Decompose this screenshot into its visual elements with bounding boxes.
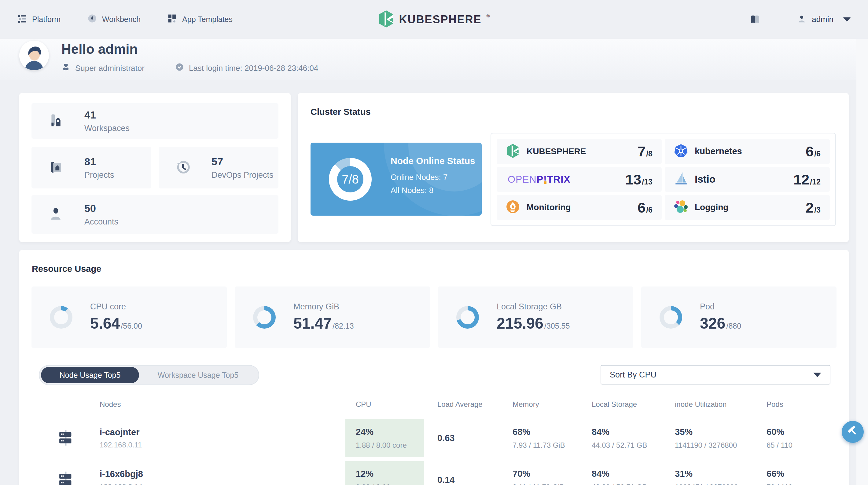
- cpu-detail: 0.93 / 8.00 core: [356, 483, 424, 485]
- kubernetes-icon: [674, 144, 688, 159]
- col-pods: Pods: [767, 400, 837, 409]
- clock-check-icon: [175, 63, 184, 74]
- devops-tile[interactable]: 57 DevOps Projects: [159, 147, 278, 188]
- workspaces-tile[interactable]: 41 Workspaces: [31, 103, 278, 139]
- hello-meta: Super administrator Last login time: 201…: [61, 63, 318, 74]
- service-openpitrix[interactable]: OPENP!TRIX 13/13: [497, 167, 662, 192]
- user-name: admin: [812, 15, 834, 24]
- storage-detail: 44.03 / 52.71 GB: [592, 441, 675, 450]
- cpu-cell: 12% 0.93 / 8.00 core: [345, 461, 424, 485]
- chevron-down-icon: [843, 18, 850, 22]
- toolbox-fab-button[interactable]: [842, 421, 864, 443]
- workspaces-count: 41: [84, 109, 130, 121]
- devops-label: DevOps Projects: [212, 170, 274, 180]
- service-kubesphere[interactable]: KUBESPHERE 7/8: [497, 139, 662, 164]
- metric-label: Memory GiB: [293, 302, 354, 312]
- service-kubernetes[interactable]: kubernetes 6/6: [665, 139, 830, 164]
- nav-item-workbench[interactable]: Workbench: [87, 14, 141, 25]
- server-icon: [58, 471, 74, 485]
- service-name: KUBESPHERE: [527, 147, 586, 156]
- logo-text: KUBESPHERE: [399, 13, 482, 26]
- accounts-icon: [49, 207, 63, 222]
- projects-label: Projects: [84, 170, 114, 180]
- service-total: /13: [642, 177, 653, 186]
- service-count: 7: [638, 143, 646, 160]
- memory-percent: 70%: [513, 469, 592, 479]
- service-monitoring[interactable]: Monitoring 6/6: [497, 195, 662, 220]
- top-nav: Platform Workbench App Templates KUBESPH…: [0, 0, 868, 39]
- storage-percent: 84%: [592, 427, 675, 437]
- pods-cell: 60% 65 / 110: [767, 419, 837, 457]
- nav-item-label: Platform: [32, 15, 61, 24]
- service-count: 2: [806, 199, 814, 216]
- memory-detail: 8.11 / 11.73 GiB: [513, 483, 592, 485]
- node-name[interactable]: i-caojnter: [100, 427, 345, 438]
- service-istio[interactable]: Istio 12/12: [665, 167, 830, 192]
- kubesphere-logo[interactable]: KUBESPHERE®: [378, 10, 490, 29]
- memory-cell: 70% 8.11 / 11.73 GiB: [513, 461, 592, 485]
- sort-by-select[interactable]: Sort By CPU: [600, 365, 830, 385]
- accounts-tile[interactable]: 50 Accounts: [31, 195, 278, 234]
- metric-total: /56.00: [121, 322, 142, 330]
- monitoring-icon: [506, 200, 520, 215]
- node-online-panel: 7/8 Node Online Status Online Nodes: 7 A…: [311, 142, 482, 216]
- table-row[interactable]: i-caojnter 192.168.0.11 24% 1.88 / 8.00 …: [31, 419, 837, 457]
- service-logging[interactable]: Logging 2/3: [665, 195, 830, 220]
- service-name: Logging: [695, 202, 728, 212]
- tab-workspace-usage-top5[interactable]: Workspace Usage Top5: [139, 367, 257, 383]
- cpu-percent: 12%: [356, 469, 424, 479]
- docs-book-icon[interactable]: [749, 14, 761, 25]
- hello-band: Hello admin Super administrator Last log…: [0, 39, 868, 80]
- scrollbar-track[interactable]: [857, 39, 868, 485]
- platform-icon: [18, 14, 27, 25]
- col-load-average: Load Average: [424, 400, 513, 409]
- role-label: Super administrator: [75, 64, 145, 73]
- inode-percent: 35%: [675, 427, 767, 437]
- sort-by-value: Sort By CPU: [610, 370, 656, 380]
- logging-icon: [674, 200, 688, 215]
- storage-donut: [456, 306, 479, 329]
- load-average-value: 0.63: [437, 433, 513, 443]
- nav-item-app-templates[interactable]: App Templates: [167, 14, 232, 25]
- table-row[interactable]: i-16x6bgj8 192.168.0.14 12% 0.93 / 8.00 …: [31, 461, 837, 485]
- openpitrix-logo: OPENP!TRIX: [508, 174, 570, 185]
- service-total: /6: [646, 205, 653, 215]
- usage-tabs: Node Usage Top5 Workspace Usage Top5: [39, 365, 259, 385]
- nav-item-platform[interactable]: Platform: [18, 14, 61, 25]
- app-grid-icon: [167, 14, 177, 25]
- user-menu[interactable]: admin: [797, 14, 850, 25]
- cpu-percent: 24%: [356, 427, 424, 437]
- memory-cell: 68% 7.93 / 11.73 GiB: [513, 419, 592, 457]
- inode-cell: 31% 1002451 / 3276800: [675, 461, 767, 485]
- metric-total: /82.13: [333, 322, 354, 330]
- memory-detail: 7.93 / 11.73 GiB: [513, 441, 592, 450]
- tab-node-usage-top5[interactable]: Node Usage Top5: [41, 367, 139, 383]
- storage-percent: 84%: [592, 469, 675, 479]
- node-online-title: Node Online Status: [391, 155, 476, 167]
- table-header: Nodes CPU Load Average Memory Local Stor…: [31, 400, 837, 419]
- col-nodes: Nodes: [100, 400, 345, 409]
- cpu-detail: 1.88 / 8.00 core: [356, 441, 424, 450]
- gauge-icon: [87, 14, 97, 25]
- service-name: kubernetes: [695, 146, 742, 156]
- inode-detail: 1002451 / 3276800: [675, 483, 767, 485]
- pods-cell: 66% 72 / 110: [767, 461, 837, 485]
- projects-count: 81: [84, 156, 114, 168]
- pods-percent: 66%: [767, 469, 837, 479]
- service-count: 6: [638, 199, 646, 216]
- kubesphere-icon: [506, 144, 520, 159]
- cluster-status-title: Cluster Status: [311, 107, 371, 117]
- workspaces-label: Workspaces: [84, 124, 130, 133]
- col-memory: Memory: [513, 400, 592, 409]
- node-ip: 192.168.0.14: [100, 483, 345, 485]
- metric-total: /880: [726, 322, 741, 330]
- pods-detail: 65 / 110: [767, 441, 837, 450]
- projects-tile[interactable]: 81 Projects: [31, 147, 151, 188]
- kubesphere-dashboard: Platform Workbench App Templates KUBESPH…: [0, 0, 868, 485]
- role-badge-icon: [61, 63, 70, 74]
- logo-registered-mark: ®: [487, 13, 490, 18]
- component-status-grid: KUBESPHERE 7/8 kubernetes 6/6 OPENP!TRIX…: [491, 133, 836, 226]
- node-name[interactable]: i-16x6bgj8: [100, 469, 345, 479]
- accounts-count: 50: [84, 202, 118, 215]
- pods-percent: 60%: [767, 427, 837, 437]
